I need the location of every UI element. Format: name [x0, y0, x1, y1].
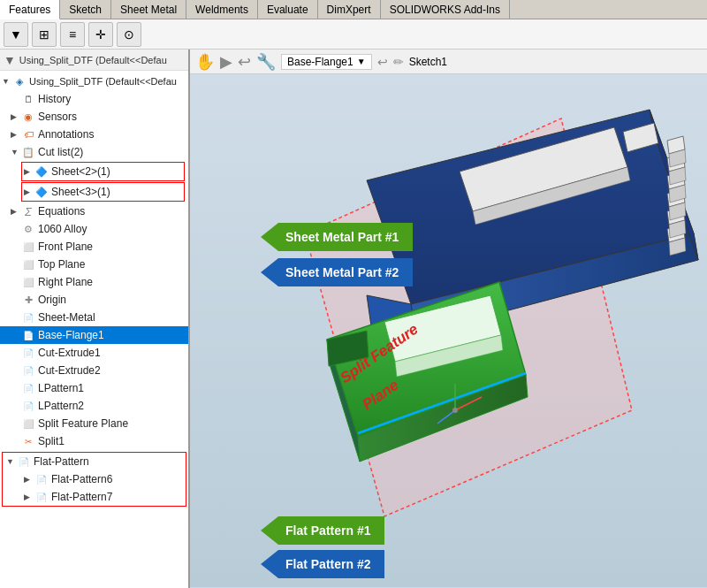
- cut-extrude2-icon: 📄: [21, 363, 35, 378]
- tree-root-item[interactable]: ▼ ◈ Using_Split_DTF (Default<<Defau: [0, 73, 188, 90]
- tree-item-origin[interactable]: ✚ Origin: [0, 291, 188, 309]
- model-area: Split Feature Plane Sheet Metal Part #1 …: [190, 74, 707, 588]
- tab-weldments[interactable]: Weldments: [186, 0, 258, 19]
- tab-dimxpert[interactable]: DimXpert: [318, 0, 381, 19]
- main-layout: ▼ Using_Split_DTF (Default<<Defau ▼ ◈ Us…: [0, 50, 707, 588]
- breadcrumb-baseflange[interactable]: Base-Flange1 ▼: [281, 54, 372, 70]
- base-flange1-label: Base-Flange1: [38, 329, 104, 341]
- sheet-metal-icon: 📄: [21, 310, 35, 325]
- expand-equations: ▶: [11, 207, 21, 216]
- cut-extrude1-label: Cut-Extrude1: [38, 347, 101, 359]
- tree-item-flat-pattern7[interactable]: ▶ 📄 Flat-Pattern7: [3, 488, 186, 506]
- model-svg: Split Feature Plane: [190, 74, 707, 587]
- tree-item-top-plane[interactable]: ⬜ Top Plane: [0, 256, 188, 273]
- tree-item-sensors[interactable]: ▶ ◉ Sensors: [0, 108, 188, 126]
- front-plane-icon: ⬜: [21, 240, 35, 254]
- sketch-icon: ✏: [393, 55, 404, 69]
- tree-item-lpattern1[interactable]: 📄 LPattern1: [0, 379, 188, 397]
- callout-sheet-metal-1: Sheet Metal Part #1: [261, 223, 413, 251]
- sheet3-label: Sheet<3>(1): [51, 186, 110, 198]
- rotate-button[interactable]: ⊙: [117, 22, 141, 47]
- no-expand: ▶: [11, 112, 21, 121]
- sensors-label: Sensors: [38, 111, 77, 123]
- tab-evaluate[interactable]: Evaluate: [258, 0, 318, 19]
- grid-button[interactable]: ⊞: [32, 22, 57, 47]
- sheet2-label: Sheet<2>(1): [51, 165, 110, 178]
- alloy-label: 1060 Alloy: [38, 223, 87, 235]
- cutlist-label: Cut list(2): [38, 146, 83, 158]
- tab-features[interactable]: Features: [0, 0, 60, 19]
- tab-sheet-metal[interactable]: Sheet Metal: [111, 0, 186, 19]
- sheet-metal-label: Sheet-Metal: [38, 311, 95, 324]
- history-label: History: [38, 93, 71, 105]
- viewport-breadcrumb: ✋ ▶ ↩ 🔧 Base-Flange1 ▼ ↩ ✏ Sketch1: [190, 50, 707, 74]
- history-icon: 🗒: [21, 92, 35, 106]
- feature-tree-panel: ▼ Using_Split_DTF (Default<<Defau ▼ ◈ Us…: [0, 50, 190, 588]
- tree-item-cutlist[interactable]: ▼ 📋 Cut list(2): [0, 143, 188, 161]
- expand-cutlist: ▼: [11, 148, 21, 157]
- tree-item-cut-extrude2[interactable]: 📄 Cut-Extrude2: [0, 362, 188, 379]
- cut-extrude2-label: Cut-Extrude2: [38, 364, 101, 377]
- expand-sheet3: ▶: [24, 187, 34, 196]
- list-button[interactable]: ≡: [60, 22, 85, 47]
- nav-icon: ↩: [238, 52, 251, 72]
- split1-label: Split1: [38, 435, 65, 447]
- origin-icon: ✚: [21, 293, 35, 307]
- lpattern1-icon: 📄: [21, 381, 35, 395]
- callout-sheet-metal-1-box: Sheet Metal Part #1: [261, 223, 413, 251]
- top-plane-icon: ⬜: [21, 257, 35, 271]
- tree-item-lpattern2[interactable]: 📄 LPattern2: [0, 397, 188, 415]
- tree-item-sheet-metal[interactable]: 📄 Sheet-Metal: [0, 309, 188, 326]
- part-icon: ◈: [12, 74, 27, 88]
- tab-sketch[interactable]: Sketch: [60, 0, 111, 19]
- expand-icon: ▼: [2, 77, 12, 86]
- callout-sheet-metal-2: Sheet Metal Part #2: [261, 258, 413, 286]
- flat-pattern-icon: 📄: [17, 454, 31, 469]
- tab-sw-addins[interactable]: SOLIDWORKS Add-Ins: [381, 0, 510, 19]
- equations-label: Equations: [38, 205, 85, 218]
- right-plane-label: Right Plane: [38, 276, 93, 288]
- filter-button[interactable]: ▼: [4, 22, 28, 47]
- annotations-label: Annotations: [38, 128, 94, 141]
- top-plane-label: Top Plane: [38, 258, 85, 271]
- tree-item-sheet2[interactable]: ▶ 🔷 Sheet<2>(1): [22, 163, 184, 180]
- tree-item-split-feature-plane[interactable]: ⬜ Split Feature Plane: [0, 415, 188, 432]
- cutlist-icon: 📋: [21, 145, 35, 159]
- tree-item-history[interactable]: 🗒 History: [0, 90, 188, 108]
- filter-icon: ▼: [4, 53, 16, 67]
- tree-item-flat-pattern6[interactable]: ▶ 📄 Flat-Pattern6: [3, 470, 186, 488]
- alloy-icon: ⚙: [21, 222, 35, 236]
- tree-item-alloy[interactable]: ⚙ 1060 Alloy: [0, 220, 188, 238]
- tree-item-flat-pattern[interactable]: ▼ 📄 Flat-Pattern: [3, 453, 186, 470]
- annotations-icon: 🏷: [21, 127, 35, 141]
- tree-item-equations[interactable]: ▶ Σ Equations: [0, 202, 188, 220]
- flat-pattern6-icon: 📄: [34, 472, 49, 486]
- lpattern2-icon: 📄: [21, 399, 35, 413]
- split-feature-plane-label: Split Feature Plane: [38, 417, 128, 430]
- callout-sheet-metal-2-box: Sheet Metal Part #2: [261, 258, 413, 286]
- sheet3-icon: 🔷: [34, 185, 49, 199]
- move-button[interactable]: ✛: [88, 22, 113, 47]
- sheet2-icon: 🔷: [34, 164, 49, 179]
- tree-item-annotations[interactable]: ▶ 🏷 Annotations: [0, 126, 188, 143]
- viewport: ✋ ▶ ↩ 🔧 Base-Flange1 ▼ ↩ ✏ Sketch1: [190, 50, 707, 588]
- breadcrumb-sep: ↩: [377, 55, 388, 69]
- expand-flat-pattern: ▼: [6, 457, 17, 466]
- base-flange1-icon: 📄: [21, 328, 35, 342]
- root-node-label: Using_Split_DTF (Default<<Defau: [29, 76, 177, 87]
- dropdown-arrow-icon: ▼: [357, 57, 366, 66]
- tree-item-sheet3[interactable]: ▶ 🔷 Sheet<3>(1): [22, 183, 184, 201]
- arrow-icon: ▶: [220, 52, 232, 72]
- origin-label: Origin: [38, 294, 66, 306]
- callout-flat-pattern-2-box: Flat Pattern #2: [261, 550, 384, 578]
- tree-item-cut-extrude1[interactable]: 📄 Cut-Extrude1: [0, 344, 188, 362]
- expand-fp6: ▶: [24, 475, 34, 484]
- tree-item-base-flange1[interactable]: 📄 Base-Flange1: [0, 326, 188, 344]
- no-expand: ▶: [11, 130, 21, 139]
- lpattern2-label: LPattern2: [38, 400, 84, 412]
- tree-item-right-plane[interactable]: ⬜ Right Plane: [0, 273, 188, 291]
- cursor-icon: ✋: [195, 52, 215, 72]
- tree-item-split1[interactable]: ✂ Split1: [0, 432, 188, 450]
- sensors-icon: ◉: [21, 110, 35, 124]
- tree-item-front-plane[interactable]: ⬜ Front Plane: [0, 238, 188, 256]
